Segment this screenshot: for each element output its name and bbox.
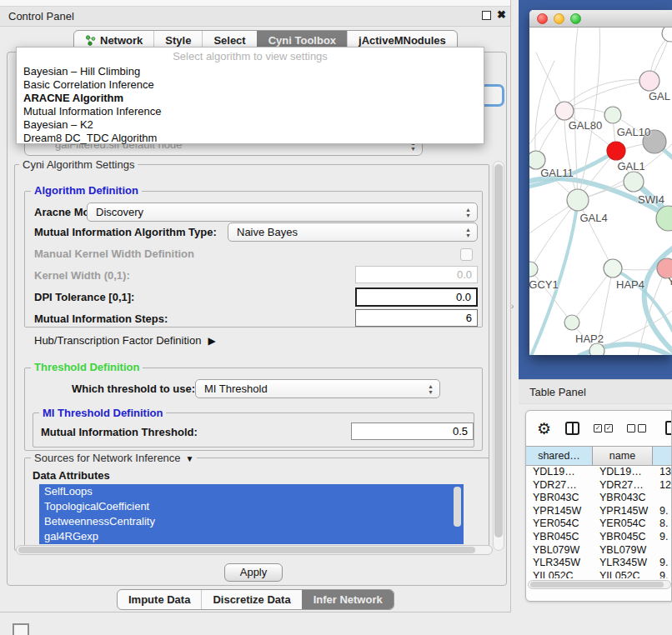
table-row[interactable]: YIL052CYIL052C9. [526, 570, 672, 578]
new-table-icon[interactable] [665, 421, 672, 435]
table-panel-title: Table Panel [529, 386, 586, 398]
scrollbar-thumb[interactable] [530, 582, 664, 588]
sources-section-toggle[interactable]: Sources for Network Inference▼ [31, 452, 197, 464]
table-row[interactable]: YER054CYER054C8. [526, 518, 672, 531]
node-gal10-label: GAL10 [617, 126, 650, 138]
network-canvas[interactable]: GALGAL80GAL10GAL1GAL11SWI4GAL4GCY1HAP4YH… [529, 28, 672, 355]
table-row[interactable]: YBR043CYBR043C [526, 492, 672, 505]
panel-top-strip [0, 0, 510, 7]
node-bottom-partial[interactable] [589, 343, 604, 355]
data-attributes-list: SelfLoopsTopologicalCoefficientBetweenne… [39, 484, 464, 544]
settings-vertical-scrollbar[interactable] [493, 161, 504, 551]
node-top-partial[interactable] [662, 28, 672, 42]
close-panel-icon[interactable]: ✖ [497, 8, 506, 21]
node-hap2[interactable] [564, 315, 579, 330]
tab-discretize-data[interactable]: Discretize Data [201, 590, 301, 609]
network-graph [529, 28, 672, 355]
node-swi4[interactable] [624, 172, 644, 192]
cyni-toolbox-panel: galFiltered.sif default node ▲▼ Select a… [7, 52, 507, 586]
which-threshold-value: MI Threshold [204, 382, 268, 395]
network-desktop: GALGAL80GAL10GAL1GAL11SWI4GAL4GCY1HAP4YH… [519, 0, 672, 379]
which-threshold-combo[interactable]: MI Threshold ▲▼ [195, 379, 440, 398]
table-cell: YBL079W [593, 544, 653, 558]
node-hap4[interactable] [604, 259, 622, 278]
node-gal4[interactable] [567, 189, 589, 211]
table-rows: YDL19…YDL19…13YDR27…YDR27…12YBR043CYBR04… [526, 466, 672, 578]
table-row[interactable]: YLR345WYLR345W9. [526, 557, 672, 570]
scrollbar-thumb[interactable] [18, 547, 475, 553]
algorithm-option[interactable]: Dream8 DC_TDC Algorithm [17, 132, 484, 145]
zoom-traffic-light-icon[interactable] [570, 13, 581, 24]
threshold-definition-title: Threshold Definition [31, 361, 143, 373]
table-toolbar: ⚙ ✓✓ [526, 411, 671, 446]
sources-title: Sources for Network Inference [34, 452, 181, 464]
table-row[interactable]: YPR145WYPR145W9. [526, 505, 672, 518]
algorithm-option[interactable]: ARACNE Algorithm [17, 92, 484, 105]
table-row[interactable]: YBR045CYBR045C9. [526, 531, 672, 544]
select-all-icon[interactable]: ✓✓ [594, 424, 613, 432]
node-gal-pink[interactable] [639, 71, 659, 91]
minimize-traffic-light-icon[interactable] [554, 13, 564, 24]
table-row[interactable]: YDR27…YDR27…12 [526, 479, 672, 492]
table-panel-header: Table Panel [519, 379, 672, 404]
manual-kernel-label: Manual Kernel Width Definition [34, 248, 194, 260]
window-grip-icon[interactable] [13, 623, 29, 635]
algorithm-option[interactable]: Bayesian – Hill Climbing [17, 65, 484, 78]
table-column-header[interactable]: name [593, 447, 653, 465]
mi-type-combo[interactable]: Naive Bayes ▲▼ [228, 222, 478, 242]
aracne-mode-combo[interactable]: Discovery ▲▼ [87, 202, 478, 222]
node-gal1[interactable] [607, 142, 625, 160]
mi-steps-field[interactable]: 6 [355, 309, 478, 327]
table-horizontal-scrollbar[interactable] [528, 580, 671, 589]
table-cell: YLR345W [593, 557, 653, 570]
kernel-width-field[interactable]: 0.0 [355, 266, 478, 283]
dpi-tolerance-field[interactable]: 0.0 [355, 288, 478, 307]
close-traffic-light-icon[interactable] [537, 13, 548, 24]
node-gcy1[interactable] [529, 262, 538, 277]
apply-button[interactable]: Apply [224, 563, 283, 582]
node-gal80[interactable] [555, 102, 574, 120]
panel-title: Control Panel [8, 10, 74, 22]
manual-kernel-checkbox[interactable] [460, 248, 473, 261]
split-pane-collapse-icon[interactable]: › [511, 302, 514, 311]
table-header-row: shared…name [526, 446, 672, 466]
settings-horizontal-scrollbar[interactable] [16, 545, 493, 555]
network-window-titlebar[interactable] [529, 10, 672, 28]
float-window-icon[interactable] [482, 11, 491, 20]
mi-threshold-field[interactable]: 0.5 [351, 422, 474, 440]
tab-label: Select [213, 34, 245, 47]
data-attribute-item[interactable]: TopologicalCoefficient [39, 499, 464, 514]
gear-icon[interactable]: ⚙ [537, 421, 551, 437]
network-edge [578, 200, 613, 268]
table-row[interactable]: YBL079WYBL079W [526, 544, 672, 558]
deselect-all-icon[interactable] [627, 424, 646, 432]
tab-infer-network[interactable]: Infer Network [302, 590, 394, 609]
table-column-header[interactable]: shared… [526, 447, 593, 465]
table-cell: YIL052C [526, 570, 593, 578]
node-gal4-label: GAL4 [579, 212, 607, 224]
tab-impute-data[interactable]: Impute Data [118, 590, 201, 609]
tab-label: Network [100, 34, 143, 47]
column-browser-icon[interactable] [565, 422, 579, 435]
data-attribute-item[interactable]: SelfLoops [39, 484, 464, 499]
hub-section-toggle[interactable]: Hub/Transcription Factor Definition▶ [34, 334, 216, 347]
table-cell: YBR043C [593, 492, 653, 505]
attr-list-scrollbar[interactable] [454, 487, 461, 527]
network-edge [564, 81, 649, 111]
table-cell: YIL052C [593, 570, 653, 578]
table-cell: YER054C [526, 518, 593, 531]
node-gal10[interactable] [604, 107, 621, 123]
table-panel-window: ⚙ ✓✓ shared…name YDL19…YDL19…13YDR27…YDR… [525, 410, 672, 602]
algorithm-option[interactable]: Bayesian – K2 [17, 118, 484, 132]
tab-label: Impute Data [128, 593, 190, 606]
table-row[interactable]: YDL19…YDL19…13 [526, 466, 672, 479]
algorithm-option[interactable]: Mutual Information Inference [17, 105, 484, 118]
table-cell: 9. [653, 531, 672, 544]
data-attribute-item[interactable]: gal4RGexp [39, 529, 464, 544]
table-column-header[interactable] [653, 447, 672, 465]
tab-label: Cyni Toolbox [268, 34, 336, 47]
algorithm-option[interactable]: Basic Correlation Inference [17, 78, 484, 92]
mi-threshold-definition-title: MI Threshold Definition [39, 407, 166, 419]
data-attribute-item[interactable]: BetweennessCentrality [39, 514, 464, 529]
scrollbar-thumb[interactable] [494, 164, 503, 538]
